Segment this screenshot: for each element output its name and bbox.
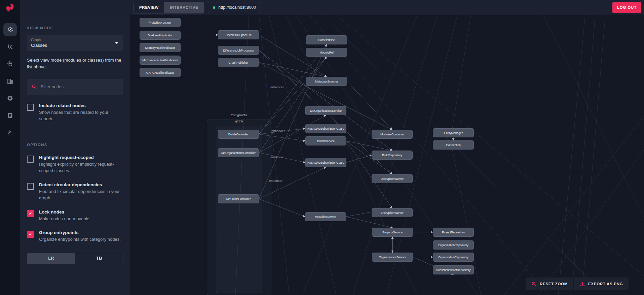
nestjs-logo[interactable] xyxy=(0,0,20,15)
top-bar: PREVIEW INTERACTIVE http://localhost:800… xyxy=(20,0,644,15)
status-dot xyxy=(213,6,215,9)
graph-node[interactable]: MeBuildsService xyxy=(305,212,346,221)
lock-nodes-checkbox[interactable]: ✓ xyxy=(27,210,34,217)
graph-node[interactable]: HasActiveSubscriptionGuard xyxy=(305,158,346,167)
chevron-down-icon xyxy=(115,42,118,44)
edge-label-enhancer: enhancer xyxy=(270,85,284,89)
graph-select-value: Classes xyxy=(31,43,119,48)
reset-zoom-label: RESET ZOOM xyxy=(540,282,568,286)
include-related-row[interactable]: ✓ Include related nodes Show nodes that … xyxy=(27,103,123,122)
search-icon xyxy=(32,84,37,90)
preview-mode-toggle: PREVIEW INTERACTIVE xyxy=(134,2,204,13)
sidebar-divider xyxy=(27,132,123,132)
filter-input[interactable] xyxy=(40,84,119,90)
graph-node[interactable]: EncryptionWorker xyxy=(372,208,413,217)
option-lock-nodes[interactable]: ✓ Lock nodes Make nodes non-movable. xyxy=(27,209,123,222)
inspect-search-icon[interactable] xyxy=(3,57,17,71)
download-icon xyxy=(580,281,585,287)
graph-node[interactable]: EntityManager xyxy=(433,128,474,137)
view-mode-hint: Select view mode (modules or classes) fr… xyxy=(27,57,123,71)
option-desc: Organize entrypoints with category nodes… xyxy=(39,236,121,243)
option-title: Lock nodes xyxy=(39,209,90,215)
graph-node[interactable]: DiskHealthIndicator xyxy=(140,31,181,40)
graph-node[interactable]: GRPCHealthIndicator xyxy=(140,68,181,77)
sidebar-panel: VIEW MODE Graph Classes Select view mode… xyxy=(20,15,130,295)
canvas-controls: RESET ZOOM EXPORT AS PNG xyxy=(526,277,629,290)
graph-node[interactable]: MetadataScanner xyxy=(306,77,347,86)
direction-toggle: LR TB xyxy=(27,253,123,264)
group-entrypoints-checkbox[interactable]: ✓ xyxy=(27,231,34,238)
graph-node[interactable]: CheckDiskSpaceLib xyxy=(218,30,259,39)
graph-node[interactable]: DifferenceJobProcessor xyxy=(218,46,259,55)
include-related-checkbox[interactable]: ✓ xyxy=(27,104,34,111)
graph-node[interactable]: OrganizationsService xyxy=(372,253,413,262)
graph-nodes-icon[interactable] xyxy=(3,23,17,36)
graph-node[interactable]: Connection xyxy=(433,140,474,150)
preview-tab[interactable]: PREVIEW xyxy=(134,2,164,13)
option-title: Detect circular dependencies xyxy=(39,182,123,187)
include-related-title: Include related nodes xyxy=(39,103,123,108)
graph-node[interactable]: OrganizationRepository xyxy=(433,240,474,250)
zoom-out-icon xyxy=(531,281,537,287)
organization-icon[interactable] xyxy=(3,74,17,88)
graph-node[interactable]: MicroserviceHealthIndicator xyxy=(140,56,181,65)
graph-node[interactable]: GraphPublisher xyxy=(218,58,259,67)
option-detect-circular[interactable]: ✓ Detect circular dependencies Find and … xyxy=(27,182,123,201)
interactive-tab[interactable]: INTERACTIVE xyxy=(164,2,203,13)
export-png-label: EXPORT AS PNG xyxy=(588,282,623,286)
options-header: OPTIONS xyxy=(27,143,123,147)
graph-node[interactable]: ModulesContainer xyxy=(372,130,413,139)
edge-label-enhancer: enhancer xyxy=(269,179,282,183)
gavel-icon[interactable] xyxy=(3,126,17,139)
graph-node[interactable]: MemoryHealthIndicator xyxy=(140,43,181,52)
view-mode-header: VIEW MODE xyxy=(27,26,123,30)
edge-label-enhancer: enhancer xyxy=(270,155,284,159)
graph-node[interactable]: ProjectsService xyxy=(372,228,413,237)
graph-node[interactable]: ModuleRef xyxy=(306,48,347,57)
graph-node[interactable]: HasActiveSubscriptionGuard xyxy=(305,124,346,133)
option-title: Group entrypoints xyxy=(39,230,121,235)
graph-select-label: Graph xyxy=(31,38,119,42)
graph-node[interactable]: ParseIntPipe xyxy=(306,35,347,44)
left-icon-rail xyxy=(0,0,20,295)
nestjs-logo-icon xyxy=(5,3,15,13)
option-desc: Highlight explicitly or implicitly reque… xyxy=(39,161,123,174)
direction-tb-button[interactable]: TB xyxy=(75,253,123,264)
reset-zoom-button[interactable]: RESET ZOOM xyxy=(526,277,573,290)
export-png-button[interactable]: EXPORT AS PNG xyxy=(574,277,629,290)
url-text: http://localhost:8000 xyxy=(218,5,256,10)
option-highlight-request-scoped[interactable]: ✓ Highlight request-scoped Highlight exp… xyxy=(27,155,123,174)
graph-node[interactable]: SubscriptionSlotRepository xyxy=(433,265,474,274)
document-icon[interactable] xyxy=(3,109,17,122)
detect-circular-checkbox[interactable]: ✓ xyxy=(27,183,34,190)
option-title: Highlight request-scoped xyxy=(39,155,123,160)
graph-node[interactable]: MeOrganizationsService xyxy=(305,106,346,115)
route-icon[interactable] xyxy=(3,40,17,54)
graph-node[interactable]: BuildRepository xyxy=(372,151,413,160)
graph-node[interactable]: DecryptionWorker xyxy=(372,174,413,183)
option-group-entrypoints[interactable]: ✓ Group entrypoints Organize entrypoints… xyxy=(27,230,123,243)
graph-node[interactable]: ProjectRepository xyxy=(433,228,474,237)
graph-select[interactable]: Graph Classes xyxy=(27,35,123,51)
highlight-request-scoped-checkbox[interactable]: ✓ xyxy=(27,156,34,163)
graph-node[interactable]: OrganizationRepository xyxy=(433,253,474,262)
url-chip[interactable]: http://localhost:8000 xyxy=(208,2,261,13)
graph-node[interactable]: BuildsService xyxy=(305,136,346,145)
option-desc: Make nodes non-movable. xyxy=(39,216,90,222)
graph-node[interactable]: BuildsController xyxy=(218,130,259,139)
direction-lr-button[interactable]: LR xyxy=(27,253,75,264)
edge-label-enhancer: enhancer xyxy=(271,129,285,133)
graph-node[interactable]: MeBuildsController xyxy=(218,194,259,203)
graph-node[interactable]: MeOrganizationsController xyxy=(218,148,259,157)
graph-canvas[interactable]: RESET ZOOM EXPORT AS PNG EntrypointsHTTP… xyxy=(130,15,644,295)
graph-node[interactable]: PrettyErrorLogger xyxy=(140,18,181,27)
option-desc: Find and fix circular dependencies in yo… xyxy=(39,188,123,201)
include-related-desc: Show nodes that are related to your sear… xyxy=(39,109,123,122)
logout-button[interactable]: LOG OUT xyxy=(612,2,641,13)
settings-gear-icon[interactable] xyxy=(3,92,17,105)
rail-icon-list xyxy=(0,15,20,143)
filter-box xyxy=(27,79,123,95)
